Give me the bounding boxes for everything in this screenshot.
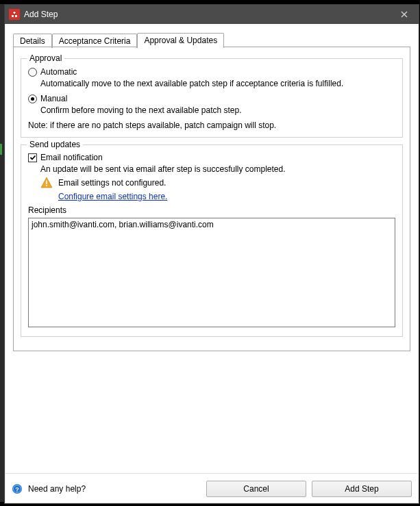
titlebar: Add Step: [5, 5, 419, 24]
tab-panel-approval-updates: Approval Automatic Automatically move to…: [13, 47, 410, 351]
svg-rect-3: [46, 181, 47, 185]
tab-approval-updates[interactable]: Approval & Updates: [137, 33, 224, 48]
help-text[interactable]: Need any help?: [28, 484, 86, 494]
group-send-updates: Send updates Email notification An updat…: [21, 144, 403, 337]
cancel-button[interactable]: Cancel: [206, 481, 306, 497]
group-approval: Approval Automatic Automatically move to…: [21, 58, 403, 138]
configure-email-link[interactable]: Configure email settings here.: [58, 192, 167, 201]
group-legend-updates: Send updates: [27, 140, 83, 149]
checkbox-email-label: Email notification: [40, 153, 103, 162]
svg-rect-4: [46, 185, 47, 186]
warning-text: Email settings not configured.: [58, 178, 166, 188]
footer-bar: ? Need any help? Cancel Add Step: [5, 473, 419, 503]
cancel-button-label: Cancel: [243, 484, 269, 494]
email-desc: An update will be sent via email after s…: [40, 164, 395, 174]
window-title: Add Step: [24, 10, 58, 19]
add-step-button[interactable]: Add Step: [312, 481, 412, 497]
help-icon[interactable]: ?: [12, 483, 23, 494]
warning-icon: [40, 177, 53, 189]
recipients-input[interactable]: [28, 218, 395, 327]
group-legend-approval: Approval: [27, 53, 64, 63]
tab-acceptance-criteria[interactable]: Acceptance Criteria: [52, 34, 138, 48]
radio-manual[interactable]: [28, 94, 37, 103]
automatic-desc: Automatically move to the next available…: [40, 79, 395, 88]
dialog-window: Add Step Details Acceptance Criteria App…: [4, 4, 419, 504]
app-icon: [9, 9, 20, 20]
tab-label: Approval & Updates: [144, 36, 217, 45]
tab-row: Details Acceptance Criteria Approval & U…: [13, 32, 410, 47]
radio-automatic-label: Automatic: [40, 67, 77, 77]
tab-label: Acceptance Criteria: [59, 36, 131, 46]
tab-details[interactable]: Details: [13, 34, 52, 48]
close-icon[interactable]: [390, 5, 419, 24]
recipients-label: Recipients: [28, 205, 395, 215]
radio-automatic[interactable]: [28, 68, 37, 77]
tab-label: Details: [20, 36, 45, 46]
add-step-button-label: Add Step: [345, 484, 378, 494]
approval-note: Note: if there are no patch steps availa…: [28, 121, 395, 130]
manual-desc: Confirm before moving to the next availa…: [40, 105, 395, 115]
radio-manual-label: Manual: [40, 94, 67, 103]
svg-text:?: ?: [15, 485, 19, 492]
checkbox-email-notification[interactable]: [28, 153, 37, 162]
